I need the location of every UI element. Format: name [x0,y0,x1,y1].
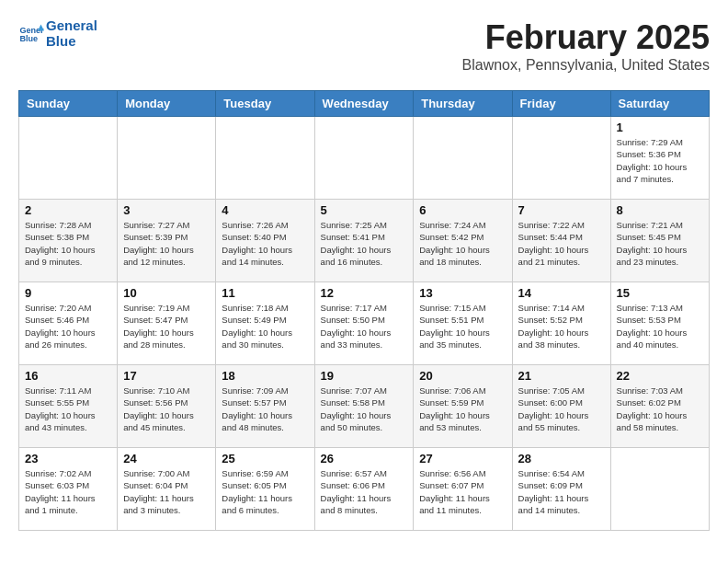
day-info: Sunrise: 7:14 AM Sunset: 5:52 PM Dayligh… [518,302,605,350]
calendar-cell: 2Sunrise: 7:28 AM Sunset: 5:38 PM Daylig… [19,200,118,282]
day-number: 23 [25,452,111,465]
calendar-cell [216,117,314,200]
day-info: Sunrise: 7:09 AM Sunset: 5:57 PM Dayligh… [222,385,308,433]
day-info: Sunrise: 6:59 AM Sunset: 6:05 PM Dayligh… [222,467,308,516]
day-number: 8 [617,203,703,217]
day-info: Sunrise: 7:25 AM Sunset: 5:41 PM Dayligh… [321,219,408,268]
calendar-cell: 27Sunrise: 6:56 AM Sunset: 6:07 PM Dayli… [414,448,512,531]
day-number: 4 [222,203,308,217]
day-number: 12 [321,286,408,300]
calendar-cell: 21Sunrise: 7:05 AM Sunset: 6:00 PM Dayli… [512,365,610,448]
logo-general: General [46,18,97,34]
day-info: Sunrise: 7:17 AM Sunset: 5:50 PM Dayligh… [321,302,408,350]
calendar-week-4: 16Sunrise: 7:11 AM Sunset: 5:55 PM Dayli… [19,365,710,448]
day-info: Sunrise: 7:19 AM Sunset: 5:47 PM Dayligh… [123,302,210,350]
calendar-body: 1Sunrise: 7:29 AM Sunset: 5:36 PM Daylig… [19,117,710,531]
day-number: 27 [419,452,506,465]
day-number: 24 [123,452,210,465]
day-number: 2 [25,203,111,217]
day-info: Sunrise: 7:24 AM Sunset: 5:42 PM Dayligh… [419,219,506,268]
calendar-cell: 10Sunrise: 7:19 AM Sunset: 5:47 PM Dayli… [118,282,216,365]
day-info: Sunrise: 7:05 AM Sunset: 6:00 PM Dayligh… [518,385,605,433]
calendar-cell: 9Sunrise: 7:20 AM Sunset: 5:46 PM Daylig… [19,282,118,365]
calendar-cell: 3Sunrise: 7:27 AM Sunset: 5:39 PM Daylig… [118,200,216,282]
calendar-cell: 14Sunrise: 7:14 AM Sunset: 5:52 PM Dayli… [512,282,610,365]
day-number: 10 [123,286,210,300]
day-number: 15 [617,286,703,300]
calendar-cell: 18Sunrise: 7:09 AM Sunset: 5:57 PM Dayli… [216,365,314,448]
calendar-cell: 19Sunrise: 7:07 AM Sunset: 5:58 PM Dayli… [314,365,414,448]
calendar-cell [610,448,709,531]
calendar-cell: 17Sunrise: 7:10 AM Sunset: 5:56 PM Dayli… [118,365,216,448]
calendar-table: SundayMondayTuesdayWednesdayThursdayFrid… [18,90,710,531]
day-number: 21 [518,369,605,383]
logo: General Blue General Blue [18,18,97,49]
calendar-cell [314,117,414,200]
day-info: Sunrise: 7:06 AM Sunset: 5:59 PM Dayligh… [419,385,506,433]
day-info: Sunrise: 7:00 AM Sunset: 6:04 PM Dayligh… [123,467,210,516]
day-number: 20 [419,369,506,383]
day-info: Sunrise: 7:22 AM Sunset: 5:44 PM Dayligh… [518,219,605,268]
day-number: 1 [617,121,703,134]
logo-icon: General Blue [18,21,44,47]
day-info: Sunrise: 7:11 AM Sunset: 5:55 PM Dayligh… [25,385,111,433]
calendar-week-5: 23Sunrise: 7:02 AM Sunset: 6:03 PM Dayli… [19,448,710,531]
day-info: Sunrise: 7:15 AM Sunset: 5:51 PM Dayligh… [419,302,506,350]
day-info: Sunrise: 7:10 AM Sunset: 5:56 PM Dayligh… [123,385,210,433]
weekday-header-thursday: Thursday [414,91,512,117]
day-number: 26 [321,452,408,465]
day-number: 18 [222,369,308,383]
calendar-week-2: 2Sunrise: 7:28 AM Sunset: 5:38 PM Daylig… [19,200,710,282]
calendar-cell [414,117,512,200]
svg-text:Blue: Blue [19,34,38,43]
day-info: Sunrise: 7:29 AM Sunset: 5:36 PM Dayligh… [617,136,703,185]
weekday-header-monday: Monday [118,91,216,117]
day-number: 22 [617,369,703,383]
day-info: Sunrise: 7:03 AM Sunset: 6:02 PM Dayligh… [617,385,703,433]
day-number: 14 [518,286,605,300]
weekday-header-sunday: Sunday [19,91,118,117]
day-number: 7 [518,203,605,217]
day-info: Sunrise: 7:28 AM Sunset: 5:38 PM Dayligh… [25,219,111,268]
weekday-header-saturday: Saturday [610,91,709,117]
calendar-cell: 20Sunrise: 7:06 AM Sunset: 5:59 PM Dayli… [414,365,512,448]
day-number: 16 [25,369,111,383]
calendar-cell: 15Sunrise: 7:13 AM Sunset: 5:53 PM Dayli… [610,282,709,365]
day-info: Sunrise: 7:07 AM Sunset: 5:58 PM Dayligh… [321,385,408,433]
day-number: 17 [123,369,210,383]
day-info: Sunrise: 7:13 AM Sunset: 5:53 PM Dayligh… [617,302,703,350]
calendar-cell: 22Sunrise: 7:03 AM Sunset: 6:02 PM Dayli… [610,365,709,448]
calendar-cell: 13Sunrise: 7:15 AM Sunset: 5:51 PM Dayli… [414,282,512,365]
weekday-header-wednesday: Wednesday [314,91,414,117]
calendar-cell: 16Sunrise: 7:11 AM Sunset: 5:55 PM Dayli… [19,365,118,448]
day-info: Sunrise: 7:20 AM Sunset: 5:46 PM Dayligh… [25,302,111,350]
calendar-cell: 23Sunrise: 7:02 AM Sunset: 6:03 PM Dayli… [19,448,118,531]
calendar-week-3: 9Sunrise: 7:20 AM Sunset: 5:46 PM Daylig… [19,282,710,365]
day-info: Sunrise: 6:54 AM Sunset: 6:09 PM Dayligh… [518,467,605,516]
day-info: Sunrise: 7:18 AM Sunset: 5:49 PM Dayligh… [222,302,308,350]
calendar-cell: 24Sunrise: 7:00 AM Sunset: 6:04 PM Dayli… [118,448,216,531]
day-number: 3 [123,203,210,217]
calendar-cell: 8Sunrise: 7:21 AM Sunset: 5:45 PM Daylig… [610,200,709,282]
calendar-cell: 12Sunrise: 7:17 AM Sunset: 5:50 PM Dayli… [314,282,414,365]
day-info: Sunrise: 6:57 AM Sunset: 6:06 PM Dayligh… [321,467,408,516]
month-title: February 2025 [462,18,710,57]
calendar-cell: 4Sunrise: 7:26 AM Sunset: 5:40 PM Daylig… [216,200,314,282]
calendar-cell [118,117,216,200]
weekday-header-friday: Friday [512,91,610,117]
logo-blue: Blue [46,34,97,50]
day-info: Sunrise: 7:27 AM Sunset: 5:39 PM Dayligh… [123,219,210,268]
calendar-cell: 11Sunrise: 7:18 AM Sunset: 5:49 PM Dayli… [216,282,314,365]
day-number: 25 [222,452,308,465]
day-number: 13 [419,286,506,300]
calendar-header-row: SundayMondayTuesdayWednesdayThursdayFrid… [19,91,710,117]
top-area: General Blue General Blue February 2025 … [18,18,710,81]
calendar-cell [512,117,610,200]
day-info: Sunrise: 7:02 AM Sunset: 6:03 PM Dayligh… [25,467,111,516]
calendar-cell: 26Sunrise: 6:57 AM Sunset: 6:06 PM Dayli… [314,448,414,531]
location-title: Blawnox, Pennsylvania, United States [462,57,710,74]
day-info: Sunrise: 6:56 AM Sunset: 6:07 PM Dayligh… [419,467,506,516]
title-section: February 2025 Blawnox, Pennsylvania, Uni… [462,18,710,74]
calendar-cell: 25Sunrise: 6:59 AM Sunset: 6:05 PM Dayli… [216,448,314,531]
weekday-header-tuesday: Tuesday [216,91,314,117]
